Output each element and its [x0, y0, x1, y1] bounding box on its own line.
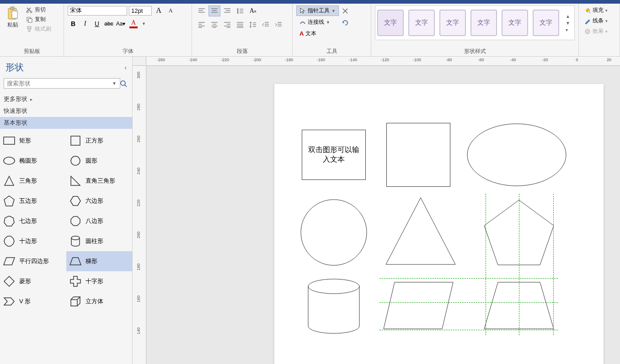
shape-preview-icon [3, 295, 16, 308]
shape-item-label: 菱形 [19, 277, 31, 285]
connector-tool-button[interactable]: 连接线 ▼ [296, 17, 339, 27]
shape-circle[interactable] [299, 198, 368, 267]
cut-button[interactable]: 剪切 [24, 5, 53, 14]
italic-button[interactable]: I [80, 18, 91, 29]
shape-ellipse[interactable] [466, 123, 567, 187]
style-item-6[interactable]: 文字 [533, 10, 559, 36]
shape-item[interactable]: 圆形 [66, 151, 133, 171]
align-top-center-button[interactable] [208, 5, 220, 16]
search-input[interactable] [4, 78, 120, 89]
basic-shapes-label: 基本形状 [4, 119, 27, 127]
shape-item[interactable]: 六边形 [66, 191, 133, 211]
style-item-3[interactable]: 文字 [439, 10, 466, 36]
align-center-button[interactable] [208, 19, 220, 30]
shape-item[interactable]: 椭圆形 [0, 151, 66, 171]
collapse-sidebar-icon[interactable]: ‹ [124, 64, 127, 71]
grow-font-button[interactable]: A [154, 5, 164, 16]
shape-triangle[interactable] [384, 196, 457, 267]
svg-marker-25 [4, 258, 15, 265]
bullets-button[interactable] [234, 5, 246, 16]
shape-item-label: 三角形 [19, 177, 37, 185]
shape-item[interactable]: 直角三角形 [66, 171, 133, 191]
search-dropdown-icon[interactable]: ▼ [112, 81, 117, 86]
gallery-more-icon[interactable]: ▾ [566, 27, 570, 32]
fill-button[interactable]: 填充▾ [583, 5, 616, 15]
page[interactable]: 双击图形可以输入文本 [274, 84, 604, 364]
shape-item-label: 七边形 [19, 217, 37, 225]
shape-preview-icon [3, 195, 16, 207]
font-name-select[interactable] [68, 6, 127, 16]
underline-button[interactable]: U [91, 18, 102, 29]
shape-item[interactable]: 三角形 [0, 171, 66, 191]
pointer-icon [299, 8, 306, 14]
effect-button[interactable]: 效果▾ [583, 26, 616, 36]
shape-item[interactable]: 十字形 [66, 271, 133, 291]
gallery-down-icon[interactable]: ▼ [566, 21, 570, 26]
font-size-select[interactable] [129, 6, 152, 16]
line-button[interactable]: 线条▾ [583, 16, 616, 26]
align-justify-button[interactable] [234, 19, 246, 30]
shape-item[interactable]: 梯形 [66, 251, 133, 271]
shape-rectangle-text[interactable]: 双击图形可以输入文本 [302, 130, 366, 180]
svg-point-8 [237, 9, 239, 10]
shape-parallelogram[interactable] [382, 280, 455, 331]
shape-item-label: 圆柱形 [86, 237, 103, 245]
basic-shapes-header[interactable]: 基本形状 [0, 117, 132, 129]
shape-item[interactable]: 平行四边形 [0, 251, 66, 271]
line-spacing-button[interactable] [247, 19, 259, 30]
shape-item[interactable]: 圆柱形 [66, 231, 133, 251]
shape-cylinder[interactable] [306, 278, 361, 335]
shape-item[interactable]: V 形 [0, 291, 66, 311]
shape-item[interactable]: 矩形 [0, 131, 66, 151]
shape-list: 矩形正方形椭圆形圆形三角形直角三角形五边形六边形七边形八边形十边形圆柱形平行四边… [0, 129, 132, 313]
svg-marker-21 [4, 216, 14, 226]
shape-item[interactable]: 立方体 [66, 291, 133, 311]
guide-line [486, 194, 486, 335]
shape-item[interactable]: 五边形 [0, 191, 66, 211]
decrease-indent-button[interactable] [260, 19, 272, 30]
shape-item[interactable]: 七边形 [0, 211, 66, 231]
canvas[interactable]: 双击图形可以输入文本 [146, 66, 620, 364]
text-tool-button[interactable]: A 文本 [296, 28, 339, 39]
format-painter-button[interactable]: 格式刷 [24, 25, 53, 33]
effect-icon [584, 28, 591, 35]
shape-item[interactable]: 菱形 [0, 271, 66, 291]
ribbon-group-font: A A B I U abc Aa▾ A ▼ 字体 [64, 4, 192, 56]
shape-square[interactable] [386, 123, 450, 187]
align-left-button[interactable] [196, 19, 208, 30]
ribbon-group-format: 填充▾ 线条▾ 效果▾ [579, 4, 620, 56]
align-top-left-button[interactable] [196, 5, 208, 16]
shape-item[interactable]: 正方形 [66, 131, 133, 151]
search-button[interactable] [118, 79, 128, 89]
quick-shapes-button[interactable]: 快速形状 [0, 105, 132, 117]
rotate-icon[interactable] [342, 19, 350, 27]
style-gallery[interactable]: 文字 文字 文字 文字 文字 文字 ▲ ▼ ▾ [375, 5, 575, 40]
svg-marker-22 [71, 216, 80, 226]
bold-button[interactable]: B [68, 18, 79, 29]
change-case-button[interactable]: Aa▾ [115, 18, 126, 29]
shape-item[interactable]: 八边形 [66, 211, 133, 231]
align-top-right-button[interactable] [221, 5, 233, 16]
quick-shapes-label: 快速形状 [4, 107, 27, 115]
style-item-1[interactable]: 文字 [377, 10, 404, 36]
paste-button[interactable]: 粘贴 [4, 5, 22, 30]
ribbon-group-tools: 指针工具 ▼ 连接线 ▼ A 文本 工具 [293, 4, 371, 56]
close-pane-icon[interactable] [342, 7, 350, 16]
shape-item[interactable]: 十边形 [0, 231, 66, 251]
copy-button[interactable]: 复制 [24, 15, 53, 24]
strikethrough-button[interactable]: abc [103, 18, 114, 29]
svg-rect-7 [27, 26, 31, 29]
canvas-wrap: -260-240-220-200-180-160-140-120-100-80-… [133, 57, 620, 364]
align-right-button[interactable] [221, 19, 233, 30]
superscript-button[interactable]: Aa [247, 5, 259, 16]
font-color-button[interactable]: A [127, 19, 140, 28]
style-item-4[interactable]: 文字 [470, 10, 497, 36]
shrink-font-button[interactable]: A [166, 5, 176, 16]
style-item-2[interactable]: 文字 [408, 10, 435, 36]
svg-marker-35 [384, 282, 453, 329]
pointer-tool-button[interactable]: 指针工具 ▼ [296, 5, 339, 16]
style-item-5[interactable]: 文字 [502, 10, 528, 36]
gallery-up-icon[interactable]: ▲ [566, 14, 570, 19]
more-shapes-button[interactable]: 更多形状 ▸ [0, 93, 132, 105]
increase-indent-button[interactable] [273, 19, 284, 30]
